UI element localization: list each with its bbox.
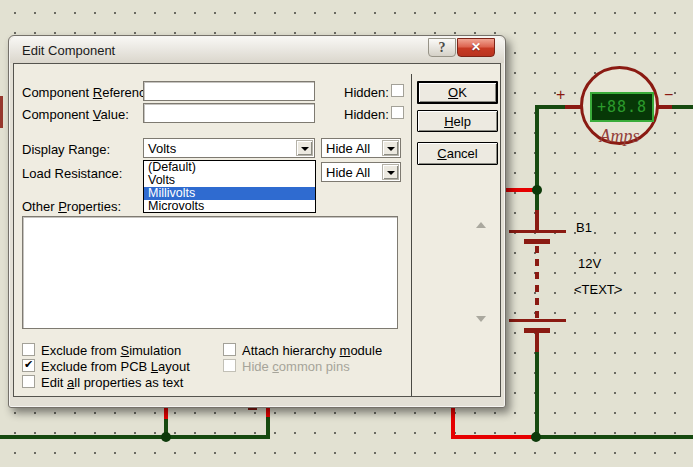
- wire-red-horizontal-right: [451, 435, 537, 439]
- battery-reference-label: B1: [576, 220, 592, 235]
- hide-common-pins-checkbox: [223, 359, 236, 372]
- battery-text-placeholder: <TEXT>: [574, 282, 622, 297]
- dropdown-option-microvolts[interactable]: Microvolts: [144, 200, 315, 213]
- display-range-label: Display Range:: [22, 142, 110, 157]
- dialog-help-icon[interactable]: ?: [428, 38, 456, 57]
- component-reference-label: Component Reference:: [22, 85, 156, 100]
- hidden-checkbox-1[interactable]: [391, 84, 404, 97]
- exclude-pcb-layout-checkbox[interactable]: [22, 359, 35, 372]
- junction-dot-bottom-right: [531, 432, 541, 442]
- close-icon[interactable]: ✕: [457, 38, 495, 57]
- battery-plate-short-1: [524, 239, 550, 244]
- hidden-checkbox-2[interactable]: [391, 106, 404, 119]
- hide-common-pins-label: Hide common pins: [242, 359, 350, 374]
- battery-plate-long-1: [509, 230, 566, 233]
- junction-dot-battery-top: [532, 185, 542, 195]
- exclude-simulation-checkbox[interactable]: [22, 343, 35, 356]
- chevron-down-icon: [387, 147, 395, 151]
- exclude-pcb-layout-label: Exclude from PCB Layout: [41, 359, 190, 374]
- scroll-down-icon[interactable]: [476, 316, 486, 322]
- hide-all-combo-2[interactable]: Hide All: [321, 162, 401, 182]
- chevron-down-icon: [301, 147, 309, 151]
- hidden-label-2: Hidden:: [344, 107, 388, 122]
- battery-plate-long-2: [509, 319, 566, 322]
- hidden-label-1: Hidden:: [344, 85, 388, 100]
- ammeter-lcd-display: +88.8: [590, 92, 654, 122]
- help-button[interactable]: Help: [417, 110, 498, 132]
- wire-stub2-green: [266, 417, 270, 437]
- ammeter-unit-label: Amps: [580, 126, 659, 147]
- wire-ammeter-left-green: [535, 105, 567, 109]
- battery-stem-top: [535, 210, 539, 232]
- edit-component-dialog: Edit Component ? ✕ Component Reference: …: [8, 35, 506, 408]
- scroll-up-icon[interactable]: [476, 222, 486, 228]
- cancel-button[interactable]: Cancel: [417, 142, 498, 165]
- battery-cell-dashes: [535, 246, 539, 318]
- other-properties-textarea[interactable]: [22, 216, 398, 329]
- display-range-dropdown-button[interactable]: [296, 140, 313, 156]
- hide-all-1-value: Hide All: [326, 141, 370, 156]
- wire-rail-bottom: [535, 352, 539, 437]
- wire-bottom-left-green: [0, 435, 270, 439]
- component-reference-input[interactable]: [143, 81, 315, 101]
- ammeter-plus-sign: +: [556, 86, 565, 104]
- edit-all-properties-checkbox[interactable]: [22, 375, 35, 388]
- other-properties-label: Other Properties:: [22, 199, 121, 214]
- hide-all-combo-1[interactable]: Hide All: [321, 138, 401, 158]
- button-column-separator: [411, 74, 412, 396]
- partial-component-left-edge: [0, 96, 3, 128]
- ammeter-minus-sign: −: [664, 86, 673, 104]
- edit-all-properties-label: Edit all properties as text: [41, 375, 183, 390]
- ok-button[interactable]: OK: [417, 81, 498, 104]
- hide-all-1-dropdown-button[interactable]: [382, 140, 399, 156]
- exclude-simulation-label: Exclude from Simulation: [41, 343, 181, 358]
- hide-all-2-dropdown-button[interactable]: [382, 164, 399, 180]
- attach-hierarchy-checkbox[interactable]: [223, 343, 236, 356]
- dialog-client-area: Component Reference: Hidden: Component V…: [13, 63, 501, 397]
- wire-rail-top: [535, 105, 539, 192]
- battery-stem-bottom: [535, 333, 539, 352]
- display-range-value: Volts: [148, 141, 176, 156]
- battery-value-label: 12V: [578, 256, 601, 271]
- app-canvas: { "window": { "title": "Edit Component",…: [0, 0, 693, 467]
- chevron-down-icon: [387, 171, 395, 175]
- component-value-label: Component Value:: [22, 107, 129, 122]
- hide-all-2-value: Hide All: [326, 165, 370, 180]
- junction-dot-bottom-left: [161, 432, 171, 442]
- wire-ammeter-right-green: [672, 105, 693, 109]
- wire-bottom-right-green: [537, 435, 693, 439]
- load-resistance-label: Load Resistance:: [22, 166, 122, 181]
- attach-hierarchy-label: Attach hierarchy module: [242, 343, 382, 358]
- dialog-title: Edit Component: [22, 43, 115, 58]
- display-range-dropdown-list: (Default) Volts Millivolts Microvolts: [143, 160, 316, 213]
- display-range-combo[interactable]: Volts: [143, 138, 315, 158]
- component-value-input[interactable]: [143, 103, 315, 123]
